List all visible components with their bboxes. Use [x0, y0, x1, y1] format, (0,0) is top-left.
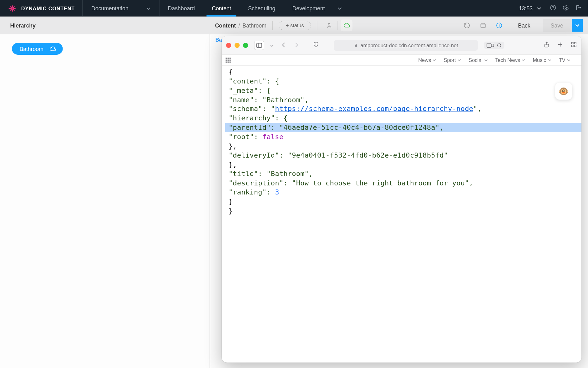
help-icon[interactable]	[550, 4, 556, 13]
json-line: },	[225, 142, 581, 151]
safari-close-button[interactable]	[226, 43, 231, 48]
json-line: "deliveryId": "9e4a0401-f532-4fd0-b62e-e…	[225, 151, 581, 160]
tab-content[interactable]: Content	[203, 0, 240, 17]
chevron-down-icon	[146, 6, 151, 11]
nav-development-label: Development	[292, 5, 325, 11]
safari-traffic-lights	[226, 43, 248, 48]
divider	[317, 21, 317, 30]
brand-logo-icon	[8, 4, 17, 13]
svg-rect-27	[227, 59, 229, 61]
safari-address-bar[interactable]: ampproduct-doc.cdn.content.amplience.net	[334, 40, 478, 51]
safari-minimize-button[interactable]	[235, 43, 240, 48]
fav-social[interactable]: Social	[469, 57, 488, 63]
tab-scheduling[interactable]: Scheduling	[240, 0, 284, 17]
add-status-button[interactable]: + status	[279, 21, 311, 30]
svg-rect-22	[574, 45, 576, 47]
svg-rect-19	[571, 42, 573, 43]
back-button[interactable]: Back	[518, 22, 530, 28]
safari-reader-reload[interactable]	[484, 41, 504, 49]
lock-icon	[354, 43, 358, 48]
history-icon[interactable]	[461, 19, 473, 31]
chevron-down-icon	[522, 58, 525, 62]
safari-tabs-icon[interactable]	[570, 41, 577, 49]
safari-share-icon[interactable]	[543, 41, 550, 49]
json-line-highlighted: "parentId": "46aeda7e-51cc-40c4-b67a-80d…	[225, 123, 581, 132]
breadcrumb-leaf: Bathroom	[242, 22, 266, 28]
nav-development-dropdown[interactable]: Development	[284, 0, 350, 17]
breadcrumb-separator: /	[238, 22, 240, 28]
chevron-down-icon	[567, 58, 570, 62]
extension-tampermonkey-icon[interactable]: 🐵	[555, 83, 572, 99]
svg-rect-26	[226, 59, 227, 61]
breadcrumb: Content / Bathroom	[215, 22, 266, 28]
divider	[338, 21, 338, 30]
nav-documentation-dropdown[interactable]: Documentation	[83, 0, 160, 17]
brand-title: DYNAMIC CONTENT	[21, 5, 75, 11]
svg-rect-30	[227, 61, 229, 63]
svg-rect-31	[230, 61, 231, 63]
clock-dropdown[interactable]: 13:53	[519, 5, 541, 11]
save-dropdown-button[interactable]	[572, 19, 583, 32]
svg-rect-12	[481, 24, 485, 28]
info-icon[interactable]	[494, 19, 505, 31]
divider	[272, 21, 273, 30]
safari-privacy-shield-icon[interactable]	[312, 41, 319, 49]
safari-new-tab-icon[interactable]	[557, 41, 564, 49]
svg-rect-28	[230, 59, 231, 61]
json-line: }	[225, 206, 581, 216]
json-schema-link[interactable]: https://schema-examples.com/page-hierarc…	[275, 105, 473, 113]
svg-point-14	[499, 24, 500, 25]
chevron-down-icon[interactable]	[268, 41, 275, 49]
safari-sidebar-button[interactable]	[254, 40, 264, 50]
logout-icon[interactable]	[575, 4, 582, 13]
fav-sport[interactable]: Sport	[444, 57, 461, 63]
svg-rect-20	[574, 42, 576, 43]
svg-rect-15	[256, 43, 261, 48]
json-content: { "content": { "_meta": { "name": "Bathr…	[222, 66, 581, 362]
brand: DYNAMIC CONTENT	[0, 0, 83, 17]
json-line: "schema": "https://schema-examples.com/p…	[225, 104, 581, 114]
json-line: },	[225, 160, 581, 169]
hierarchy-node-bathroom[interactable]: Bathroom	[12, 43, 63, 55]
settings-icon[interactable]	[562, 4, 569, 13]
svg-rect-29	[226, 61, 227, 63]
fav-tv[interactable]: TV	[559, 57, 570, 63]
publish-status-icon[interactable]	[341, 19, 353, 31]
json-line: "content": {	[225, 77, 581, 86]
safari-forward-button[interactable]	[292, 41, 301, 49]
safari-favorites-bar: News Sport Social Tech News Music TV	[222, 55, 581, 66]
page-toolbar: Hierarchy Content / Bathroom + status	[0, 17, 588, 34]
chevron-down-icon	[458, 58, 461, 62]
svg-point-9	[553, 9, 553, 9]
reader-icon	[486, 42, 494, 48]
json-line: "ranking": 3	[225, 188, 581, 197]
hierarchy-sidebar: Bathroom	[0, 34, 210, 368]
json-line: "description": "How to choose the right …	[225, 179, 581, 188]
calendar-icon[interactable]	[477, 19, 489, 31]
chevron-down-icon	[537, 6, 541, 11]
clock-time: 13:53	[519, 5, 533, 11]
chevron-down-icon	[484, 58, 488, 62]
tab-dashboard[interactable]: Dashboard	[160, 0, 203, 17]
app-topbar: DYNAMIC CONTENT Documentation Dashboard …	[0, 0, 588, 17]
cloud-icon	[49, 45, 56, 52]
breadcrumb-root[interactable]: Content	[215, 22, 236, 28]
safari-zoom-button[interactable]	[243, 43, 248, 48]
svg-rect-17	[491, 44, 494, 47]
fav-music[interactable]: Music	[533, 57, 551, 63]
svg-point-10	[565, 7, 566, 8]
safari-toolbar: ampproduct-doc.cdn.content.amplience.net	[222, 36, 581, 55]
hierarchy-node-label: Bathroom	[19, 46, 43, 52]
partial-label: Ba	[215, 34, 222, 43]
person-icon[interactable]	[323, 19, 335, 31]
page-title: Hierarchy	[10, 22, 36, 28]
fav-news[interactable]: News	[418, 57, 436, 63]
save-button[interactable]: Save	[543, 19, 571, 32]
safari-back-button[interactable]	[280, 41, 288, 49]
json-line: }	[225, 197, 581, 207]
fav-technews[interactable]: Tech News	[495, 57, 525, 63]
safari-favorites-grid-icon[interactable]	[225, 57, 231, 63]
json-line: "name": "Bathroom",	[225, 95, 581, 105]
json-line: "hierarchy": {	[225, 114, 581, 123]
svg-rect-23	[226, 58, 227, 59]
